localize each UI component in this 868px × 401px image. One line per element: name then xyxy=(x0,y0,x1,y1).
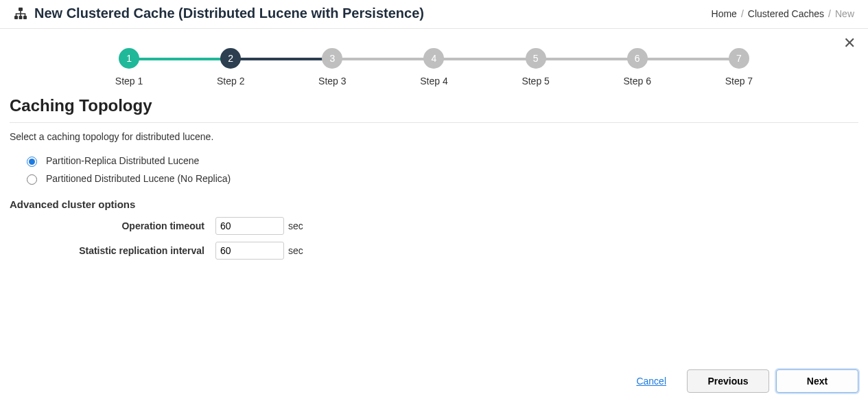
breadcrumb-sep: / xyxy=(741,8,744,19)
sitemap-icon xyxy=(14,7,27,21)
content-area: ✕ 1Step 12Step 23Step 34Step 45Step 56St… xyxy=(0,29,868,363)
stat-interval-unit: sec xyxy=(288,245,303,256)
step-7[interactable]: 7Step 7 xyxy=(688,48,790,87)
radio-partitioned-no-replica-input[interactable] xyxy=(27,174,37,185)
radio-partition-replica[interactable]: Partition-Replica Distributed Lucene xyxy=(23,154,858,167)
operation-timeout-row: Operation timeout sec xyxy=(10,217,858,235)
stat-interval-row: Statistic replication interval sec xyxy=(10,242,858,260)
previous-button[interactable]: Previous xyxy=(687,369,769,393)
step-label: Step 1 xyxy=(115,76,143,87)
step-label: Step 5 xyxy=(521,76,549,87)
operation-timeout-input[interactable] xyxy=(215,217,284,235)
step-circle: 7 xyxy=(729,48,749,69)
step-circle: 4 xyxy=(423,48,444,69)
step-circle: 6 xyxy=(627,48,648,69)
breadcrumb-caches[interactable]: Clustered Caches xyxy=(748,8,824,19)
step-label: Step 6 xyxy=(624,76,651,87)
step-label: Step 3 xyxy=(318,76,346,87)
svg-rect-2 xyxy=(19,16,23,19)
cancel-link[interactable]: Cancel xyxy=(636,376,666,387)
wizard-footer: Cancel Previous Next xyxy=(0,363,868,401)
step-label: Step 7 xyxy=(725,76,753,87)
step-circle: 3 xyxy=(322,48,342,69)
breadcrumb-home[interactable]: Home xyxy=(712,8,737,19)
svg-rect-1 xyxy=(14,16,18,19)
page-header: New Clustered Cache (Distributed Lucene … xyxy=(0,0,868,29)
step-2[interactable]: 2Step 2 xyxy=(180,48,281,87)
next-button[interactable]: Next xyxy=(776,369,858,393)
svg-rect-0 xyxy=(19,8,23,11)
step-circle: 5 xyxy=(526,48,546,69)
step-3[interactable]: 3Step 3 xyxy=(281,48,383,87)
svg-rect-3 xyxy=(23,16,27,19)
topology-radio-group: Partition-Replica Distributed Lucene Par… xyxy=(10,154,858,185)
section-helper: Select a caching topology for distribute… xyxy=(10,131,858,142)
operation-timeout-label: Operation timeout xyxy=(10,220,215,231)
step-circle: 2 xyxy=(220,48,241,69)
advanced-heading: Advanced cluster options xyxy=(10,198,858,210)
step-4[interactable]: 4Step 4 xyxy=(383,48,484,87)
breadcrumb-current: New xyxy=(835,8,854,19)
header-left: New Clustered Cache (Distributed Lucene … xyxy=(14,5,424,21)
step-6[interactable]: 6Step 6 xyxy=(587,48,688,87)
step-1[interactable]: 1Step 1 xyxy=(78,48,180,87)
step-5[interactable]: 5Step 5 xyxy=(485,48,587,87)
radio-partition-replica-label: Partition-Replica Distributed Lucene xyxy=(46,155,199,166)
stat-interval-label: Statistic replication interval xyxy=(10,245,215,256)
radio-partitioned-no-replica-label: Partitioned Distributed Lucene (No Repli… xyxy=(46,173,231,184)
breadcrumb-sep: / xyxy=(828,8,831,19)
step-label: Step 4 xyxy=(420,76,447,87)
breadcrumb: Home / Clustered Caches / New xyxy=(712,8,854,19)
section-title: Caching Topology xyxy=(10,92,858,123)
stat-interval-input[interactable] xyxy=(215,242,284,260)
step-label: Step 2 xyxy=(217,76,244,87)
page-title: New Clustered Cache (Distributed Lucene … xyxy=(34,5,424,21)
radio-partition-replica-input[interactable] xyxy=(27,157,37,167)
operation-timeout-unit: sec xyxy=(288,220,303,231)
stepper: 1Step 12Step 23Step 34Step 45Step 56Step… xyxy=(10,38,858,92)
step-circle: 1 xyxy=(119,48,139,69)
radio-partitioned-no-replica[interactable]: Partitioned Distributed Lucene (No Repli… xyxy=(23,172,858,185)
